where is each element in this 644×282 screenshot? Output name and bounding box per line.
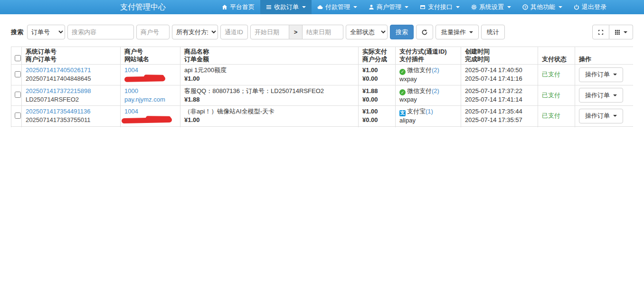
pay-method: 支付宝 (407, 108, 426, 115)
list-icon (266, 4, 272, 10)
stats-button[interactable]: 统计 (481, 25, 505, 39)
redacted-domain-scribble (122, 117, 172, 123)
order-actions-button[interactable]: 操作订单 (579, 67, 623, 82)
keyword-input[interactable] (67, 25, 134, 39)
order-amount: ¥1.00 (184, 75, 354, 83)
home-icon (222, 4, 227, 10)
chevron-down-icon (613, 115, 617, 117)
power-icon (574, 4, 579, 10)
system-order-link[interactable]: 2025071417372215898 (26, 87, 91, 94)
table-row: 2025071417372215898 LD250714RSFEO2 1000 … (11, 85, 634, 106)
nav-item-merchant-manage[interactable]: 商户管理 (363, 0, 414, 14)
row-checkbox[interactable] (15, 113, 21, 119)
top-navbar: 支付管理中心 平台首页 收款订单 付款管理 商户管理 支付接口 (0, 0, 644, 14)
columns-button[interactable] (609, 25, 633, 39)
search-button[interactable]: 搜索 (390, 25, 414, 39)
merchant-id-input[interactable] (136, 25, 170, 39)
user-icon (369, 4, 374, 10)
col-merchant: 商户号 网站域名 (121, 47, 180, 65)
alipay-icon: 支 (399, 110, 406, 116)
chevron-down-icon (353, 6, 357, 8)
date-range-arrow: > (289, 25, 303, 39)
nav-item-receive-orders[interactable]: 收款订单 (260, 0, 312, 14)
chevron-down-icon (456, 6, 460, 8)
col-status: 支付状态 (538, 47, 575, 65)
wechat-pay-icon: ✓ (399, 69, 406, 75)
merchant-id-link[interactable]: 1004 (124, 108, 138, 115)
chevron-down-icon (507, 6, 511, 8)
col-actual-pay: 实际支付 商户分成 (359, 47, 396, 65)
row-checkbox[interactable] (15, 92, 21, 98)
nav-menu: 平台首页 收款订单 付款管理 商户管理 支付接口 系统设置 (216, 0, 612, 14)
actual-pay: ¥1.88 (362, 87, 391, 95)
pay-method: 微信支付 (407, 66, 432, 74)
wechat-pay-icon: ✓ (399, 89, 406, 95)
channel-id-link[interactable]: (1) (426, 108, 433, 115)
chevron-down-icon (405, 6, 408, 8)
app-title: 支付管理中心 (120, 0, 166, 14)
table-row: 2025071417354491136 2025071417353755011 … (11, 106, 634, 127)
channel-id-input[interactable] (220, 25, 248, 39)
nav-item-pay-interface[interactable]: 支付接口 (414, 0, 465, 14)
gear-icon (471, 4, 477, 10)
chevron-down-icon (613, 94, 617, 96)
finish-time: 2025-07-14 17:41:16 (465, 75, 534, 83)
status-badge: 已支付 (542, 71, 560, 78)
product-name: api 1元200额度 (184, 66, 354, 75)
table-view-buttons (592, 25, 633, 39)
col-actions: 操作 (575, 47, 634, 65)
refresh-icon (422, 29, 427, 35)
col-product: 商品名称 订单金额 (180, 47, 359, 65)
date-range-group: > (250, 25, 343, 39)
refresh-button[interactable] (416, 25, 433, 39)
chevron-down-icon (613, 74, 617, 75)
merchant-id-link[interactable]: 1000 (124, 87, 138, 94)
system-order-link[interactable]: 2025071417405026171 (26, 66, 91, 74)
order-amount: ¥1.00 (184, 116, 354, 124)
create-time: 2025-07-14 17:40:50 (465, 66, 534, 75)
pay-method-select[interactable]: 所有支付方式 (172, 25, 218, 39)
chevron-down-icon (469, 31, 473, 33)
actual-pay: ¥1.00 (362, 66, 391, 75)
channel-id-link[interactable]: (2) (432, 66, 439, 74)
website-domain-link[interactable]: pay.njymz.com (124, 96, 165, 103)
cloud-icon (317, 4, 323, 10)
pay-plugin: wxpay (399, 95, 457, 104)
nav-item-platform-home[interactable]: 平台首页 (216, 0, 260, 14)
status-select[interactable]: 全部状态 (346, 25, 388, 39)
table-header-row: 系统订单号 商户订单号 商户号 网站域名 商品名称 订单金额 实际支付 商户分成… (11, 47, 634, 65)
end-date-input[interactable] (303, 25, 343, 39)
nav-item-logout[interactable]: 退出登录 (568, 0, 612, 14)
chevron-down-icon (559, 6, 562, 8)
row-checkbox[interactable] (15, 71, 21, 77)
fullscreen-button[interactable] (592, 25, 609, 39)
orders-table: 系统订单号 商户订单号 商户号 网站域名 商品名称 订单金额 实际支付 商户分成… (11, 47, 633, 127)
finish-time: 2025-07-14 17:35:57 (465, 116, 534, 124)
pay-method: 微信支付 (407, 87, 432, 94)
start-date-input[interactable] (250, 25, 289, 39)
question-icon: ? (522, 4, 528, 10)
system-order-link[interactable]: 2025071417354491136 (26, 108, 90, 115)
redacted-domain-scribble (124, 76, 165, 82)
fullscreen-icon (598, 29, 604, 35)
nav-item-payout-manage[interactable]: 付款管理 (312, 0, 363, 14)
order-actions-button[interactable]: 操作订单 (579, 88, 623, 103)
merchant-order-no: 2025071417404848645 (26, 75, 116, 83)
merchant-id-link[interactable]: 1004 (124, 66, 138, 74)
product-name: 客服QQ：80807136；订单号：LD250714RSFEO2 (184, 87, 354, 95)
window-icon (420, 4, 426, 10)
empty-stub-row (11, 126, 634, 127)
bulk-actions-button[interactable]: 批量操作 (436, 25, 479, 39)
search-type-select[interactable]: 订单号 (27, 25, 65, 39)
columns-grid-icon (615, 29, 620, 35)
select-all-checkbox[interactable] (15, 55, 21, 61)
merchant-order-no: 2025071417353755011 (26, 116, 116, 124)
create-time: 2025-07-14 17:35:44 (465, 107, 534, 116)
merchant-share: ¥0.00 (362, 116, 391, 124)
order-actions-button[interactable]: 操作订单 (579, 109, 623, 123)
status-badge: 已支付 (542, 112, 560, 119)
nav-item-other-functions[interactable]: ? 其他功能 (517, 0, 568, 14)
channel-id-link[interactable]: (2) (432, 87, 439, 94)
col-order-no: 系统订单号 商户订单号 (22, 47, 121, 65)
nav-item-system-settings[interactable]: 系统设置 (465, 0, 517, 14)
